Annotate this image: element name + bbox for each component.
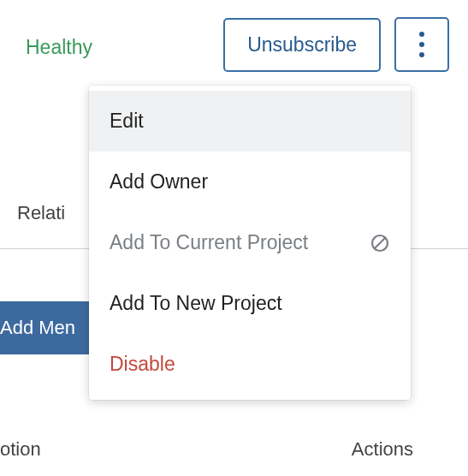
menu-item-label: Add To Current Project: [110, 231, 308, 254]
column-header-partial-a: otion: [0, 438, 41, 461]
menu-item-label: Add To New Project: [110, 292, 282, 315]
menu-item-disable[interactable]: Disable: [89, 334, 411, 395]
menu-item-add-owner[interactable]: Add Owner: [89, 152, 411, 212]
unsubscribe-button[interactable]: Unsubscribe: [223, 18, 381, 72]
tab-relations-partial[interactable]: Relati: [0, 202, 65, 224]
svg-line-1: [375, 238, 385, 248]
menu-item-label: Add Owner: [110, 170, 208, 193]
not-allowed-icon: [370, 233, 390, 253]
more-actions-button[interactable]: [394, 17, 449, 72]
top-actions: Unsubscribe: [223, 17, 449, 72]
menu-item-edit[interactable]: Edit: [89, 91, 411, 152]
menu-item-add-to-current-project: Add To Current Project: [89, 212, 411, 273]
menu-item-label: Edit: [110, 110, 144, 133]
actions-dropdown: Edit Add Owner Add To Current Project Ad…: [89, 86, 411, 400]
add-member-button-partial[interactable]: Add Men: [0, 301, 94, 354]
menu-item-add-to-new-project[interactable]: Add To New Project: [89, 273, 411, 334]
kebab-icon: [419, 32, 424, 57]
menu-item-label: Disable: [110, 353, 175, 376]
status-healthy: Healthy: [26, 36, 92, 59]
column-header-actions: Actions: [352, 438, 413, 461]
